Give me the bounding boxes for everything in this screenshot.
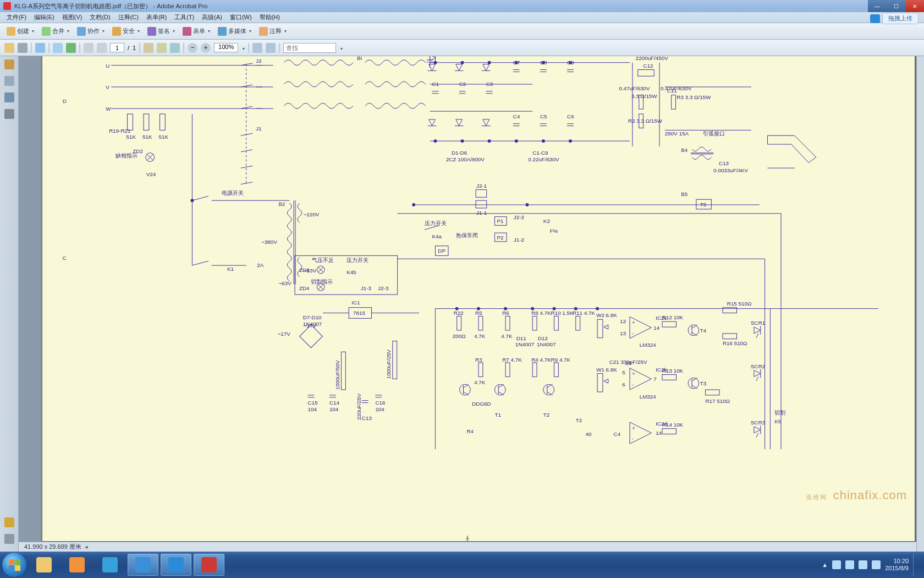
- create-button[interactable]: 创建: [4, 26, 36, 37]
- svg-rect-197: [342, 352, 346, 390]
- collaborate-button[interactable]: 协作: [75, 26, 107, 37]
- read-mode-button[interactable]: [266, 43, 276, 53]
- tray-action-center-icon[interactable]: [832, 560, 841, 569]
- svg-text:C2: C2: [459, 81, 466, 87]
- svg-marker-316: [754, 427, 761, 433]
- window-minimize-button[interactable]: —: [868, 0, 887, 12]
- svg-text:T4: T4: [700, 328, 707, 334]
- svg-line-318: [756, 433, 758, 438]
- svg-text:R6: R6: [502, 310, 509, 316]
- svg-text:W1 6.8K: W1 6.8K: [596, 367, 617, 373]
- email-button[interactable]: [35, 43, 45, 53]
- upload-plugin-label[interactable]: 拖拽上传: [882, 13, 919, 24]
- page-input[interactable]: [110, 43, 124, 52]
- svg-text:4.7K: 4.7K: [474, 379, 486, 385]
- tray-clock[interactable]: 10:202015/8/9: [885, 558, 909, 571]
- sign-button[interactable]: 签名: [145, 26, 177, 37]
- find-input[interactable]: [283, 43, 336, 53]
- svg-line-30: [241, 133, 253, 135]
- help-panel-icon[interactable]: [4, 517, 14, 527]
- svg-text:+: +: [632, 319, 635, 325]
- find-caret[interactable]: [339, 45, 343, 51]
- tray-volume-icon[interactable]: [859, 560, 867, 569]
- menu-document[interactable]: 文档(D): [86, 12, 113, 23]
- menu-tools[interactable]: 工具(T): [171, 12, 197, 23]
- svg-point-243: [494, 384, 505, 395]
- svg-text:SCR3: SCR3: [751, 419, 766, 426]
- svg-marker-49: [456, 119, 463, 126]
- merge-button[interactable]: 合并: [40, 26, 72, 37]
- toolbar-primary: 创建 合并 协作 安全 签名 表单 多媒体 注释: [0, 23, 924, 40]
- svg-text:压力开关: 压力开关: [346, 257, 369, 263]
- tray-network-icon[interactable]: [845, 560, 854, 569]
- menu-bar: 文件(F) 编辑(E) 视图(V) 文档(D) 注释(C) 表单(R) 工具(T…: [0, 12, 924, 23]
- security-panel-icon[interactable]: [4, 59, 14, 69]
- marquee-tool[interactable]: [170, 43, 180, 53]
- svg-point-247: [543, 384, 554, 395]
- svg-text:U: U: [106, 63, 109, 69]
- svg-text:104: 104: [375, 406, 384, 412]
- taskbar-share[interactable]: [161, 554, 191, 576]
- svg-marker-45: [483, 64, 490, 71]
- svg-rect-207: [393, 341, 397, 379]
- svg-text:B4: B4: [681, 147, 688, 153]
- start-button[interactable]: [2, 553, 26, 577]
- signatures-panel-icon[interactable]: [4, 109, 14, 119]
- secure-button[interactable]: 安全: [110, 26, 142, 37]
- menu-help[interactable]: 帮助(H): [256, 12, 283, 23]
- pageview-button[interactable]: [53, 43, 63, 53]
- menu-advanced[interactable]: 高级(A): [199, 12, 226, 23]
- pages-panel-icon[interactable]: [4, 76, 14, 86]
- svg-rect-112: [672, 95, 676, 110]
- window-close-button[interactable]: ✕: [905, 0, 924, 12]
- taskbar-acrobat[interactable]: [194, 554, 224, 576]
- window-maximize-button[interactable]: ☐: [887, 0, 905, 12]
- zoom-in-button[interactable]: +: [201, 43, 211, 53]
- prev-page-button[interactable]: [84, 43, 94, 53]
- media-player-icon: [69, 557, 85, 572]
- svg-marker-258: [604, 379, 608, 383]
- hand-tool[interactable]: [157, 43, 167, 53]
- svg-text:3.3 Ω/15W: 3.3 Ω/15W: [631, 93, 657, 99]
- svg-text:压力开关: 压力开关: [425, 220, 447, 226]
- taskbar-explorer[interactable]: [29, 554, 59, 576]
- toolbar-secondary: / 1 − + 100%: [0, 40, 924, 56]
- page-dimensions: 41.990 x 29.689 厘米: [24, 543, 81, 551]
- horizontal-thumb-icon[interactable]: ╫: [466, 536, 469, 541]
- taskbar-ie[interactable]: [128, 554, 158, 576]
- attachments-panel-icon[interactable]: [4, 534, 14, 544]
- svg-rect-222: [505, 363, 510, 377]
- show-desktop-button[interactable]: [913, 554, 922, 576]
- menu-file[interactable]: 文件(F): [3, 12, 30, 23]
- svg-line-26: [241, 106, 253, 108]
- zoom-caret[interactable]: [241, 45, 245, 51]
- print-button[interactable]: [18, 43, 28, 53]
- svg-point-89: [461, 61, 464, 64]
- menu-comments[interactable]: 注释(C): [115, 12, 142, 23]
- taskbar-media-player[interactable]: [62, 554, 92, 576]
- menu-forms[interactable]: 表单(R): [143, 12, 170, 23]
- select-tool[interactable]: [144, 43, 153, 53]
- webcapture-button[interactable]: [66, 43, 76, 53]
- zoom-value[interactable]: 100%: [214, 43, 238, 52]
- taskbar-task-manager[interactable]: [95, 554, 125, 576]
- svg-text:R10 1.5K: R10 1.5K: [551, 310, 574, 316]
- bookmarks-panel-icon[interactable]: [4, 92, 14, 102]
- multimedia-button[interactable]: 多媒体: [216, 26, 254, 37]
- forms-button[interactable]: 表单: [180, 26, 212, 37]
- svg-text:SCR1: SCR1: [751, 320, 765, 326]
- next-page-button[interactable]: [97, 43, 107, 53]
- comment-button[interactable]: 注释: [257, 26, 289, 37]
- tray-ime-icon[interactable]: [872, 560, 881, 569]
- menu-view[interactable]: 视图(V): [59, 12, 86, 23]
- svg-rect-236: [554, 363, 559, 377]
- open-button[interactable]: [4, 43, 14, 53]
- fit-page-button[interactable]: [252, 43, 262, 53]
- zoom-out-button[interactable]: −: [188, 43, 197, 53]
- menu-window[interactable]: 窗口(W): [227, 12, 255, 23]
- svg-text:T3: T3: [700, 380, 707, 386]
- upload-plugin-icon[interactable]: [870, 14, 880, 23]
- tray-expand-icon[interactable]: ▲: [822, 561, 828, 568]
- menu-edit[interactable]: 编辑(E): [31, 12, 58, 23]
- document-page-wrap[interactable]: D C U V W R19-R21 51K 51K 51K 缺相指示 ZD2 V…: [19, 56, 916, 542]
